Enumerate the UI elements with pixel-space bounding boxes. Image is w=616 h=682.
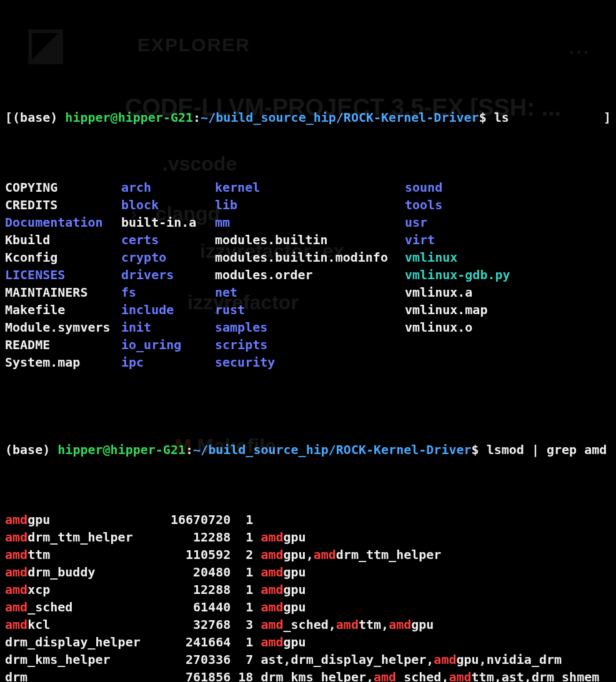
ls-entry: lib (215, 196, 405, 214)
ls-output-grid: COPYINGarchkernelsoundCREDITSblocklibtoo… (5, 179, 611, 371)
ls-entry: tools (405, 196, 611, 214)
ls-entry: certs (121, 231, 215, 249)
ls-entry: virt (405, 231, 611, 249)
ls-entry: usr (405, 214, 611, 231)
ls-entry: vmlinux.o (405, 319, 611, 336)
ls-entry: kernel (215, 179, 405, 196)
ls-entry (405, 336, 611, 353)
ls-entry: init (121, 319, 215, 336)
ls-entry: Kbuild (5, 231, 121, 249)
lsmod-row: amddrm_ttm_helper 12288 1 amdgpu (5, 528, 611, 546)
ls-entry: drivers (121, 266, 215, 284)
ghost-file-icon: ◪ (25, 34, 66, 52)
ls-entry: vmlinux (405, 249, 611, 266)
ls-entry: Documentation (5, 214, 121, 231)
ls-entry: built-in.a (121, 214, 215, 231)
lsmod-row: amd_sched 61440 1 amdgpu (5, 598, 611, 616)
ls-entry: modules.builtin (215, 231, 405, 249)
ls-entry: README (5, 336, 121, 353)
ls-entry: mm (215, 214, 405, 231)
ls-entry: include (121, 301, 215, 319)
lsmod-row: amdxcp 12288 1 amdgpu (5, 581, 611, 598)
ls-entry: io_uring (121, 336, 215, 353)
ghost-ellipsis-icon: ··· (569, 44, 591, 61)
ls-entry: scripts (215, 336, 405, 353)
lsmod-output: amdgpu 16670720 1 amddrm_ttm_helper 1228… (5, 511, 611, 682)
ls-entry: arch (121, 179, 215, 196)
ls-entry: vmlinux.map (405, 301, 611, 319)
lsmod-row: drm_display_helper 241664 1 amdgpu (5, 633, 611, 651)
ls-entry: fs (121, 284, 215, 301)
ls-entry: vmlinux-gdb.py (405, 266, 611, 284)
lsmod-row: amdttm 110592 2 amdgpu,amddrm_ttm_helper (5, 546, 611, 563)
ls-entry: Makefile (5, 301, 121, 319)
ls-entry (405, 353, 611, 371)
prompt-line-2: (base) hipper@hipper-G21:~/build_source_… (5, 441, 611, 458)
ls-entry: crypto (121, 249, 215, 266)
lsmod-row: amdgpu 16670720 1 (5, 511, 611, 528)
ghost-vscode-folder: .vscode (162, 155, 237, 172)
ls-entry: COPYING (5, 179, 121, 196)
command-lsmod: lsmod | grep amd (487, 442, 607, 457)
ls-entry: block (121, 196, 215, 214)
ls-entry: MAINTAINERS (5, 284, 121, 301)
terminal-window[interactable]: ◪ ··· EXPLORER CODE-LLVM-PROJECT 3.5-EX … (0, 0, 616, 682)
ls-entry: rust (215, 301, 405, 319)
lsmod-row: drm 761856 18 drm_kms_helper,amd_sched,a… (5, 668, 611, 682)
ls-entry: Kconfig (5, 249, 121, 266)
ls-entry: vmlinux.a (405, 284, 611, 301)
ls-entry: samples (215, 319, 405, 336)
ls-entry: net (215, 284, 405, 301)
prompt-line-1: [(base) hipper@hipper-G21:~/build_source… (5, 109, 611, 126)
ls-entry: modules.builtin.modinfo (215, 249, 405, 266)
ls-entry: System.map (5, 353, 121, 371)
ls-entry: Module.symvers (5, 319, 121, 336)
ls-entry: LICENSES (5, 266, 121, 284)
ls-entry: sound (405, 179, 611, 196)
lsmod-row: drm_kms_helper 270336 7 ast,drm_display_… (5, 651, 611, 668)
ghost-explorer-label: EXPLORER (137, 36, 251, 54)
ls-entry: ipc (121, 353, 215, 371)
ls-entry: modules.order (215, 266, 405, 284)
ls-entry: CREDITS (5, 196, 121, 214)
command-ls: ls (494, 110, 509, 125)
ls-entry: security (215, 353, 405, 371)
lsmod-row: amdkcl 32768 3 amd_sched,amdttm,amdgpu (5, 616, 611, 633)
lsmod-row: amddrm_buddy 20480 1 amdgpu (5, 563, 611, 581)
